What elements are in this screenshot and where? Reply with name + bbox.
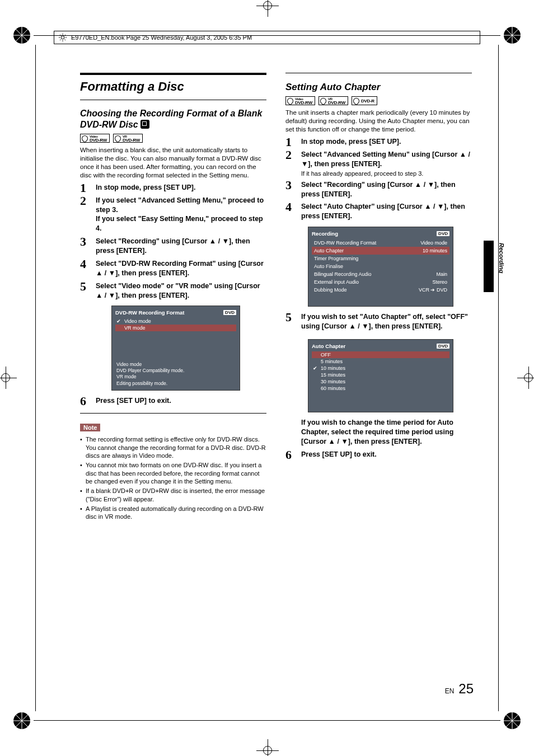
step-text: Select "Recording" using [Cursor ▲ / ▼],… xyxy=(96,237,266,256)
badge-dvdrw-video: VideoDVD-RW xyxy=(80,134,110,143)
disc-badges: VideoDVD-RW VRDVD-RW DVD-R xyxy=(285,96,472,105)
step-text: Press [SET UP] to exit. xyxy=(96,396,266,406)
badge-dvdrw-vr: VRDVD-RW xyxy=(318,96,348,105)
step-3: Select "Recording" using [Cursor ▲ / ▼],… xyxy=(285,180,472,199)
rule xyxy=(285,73,472,73)
disc-badges: VideoDVD-RW VRDVD-RW xyxy=(80,134,266,143)
svg-line-27 xyxy=(65,35,66,36)
side-tab xyxy=(484,241,494,292)
osd-option: OFF xyxy=(312,351,449,358)
file-header: E9770ED_EN.book Page 25 Wednesday, Augus… xyxy=(54,31,480,44)
step-text: Select "Auto Chapter" using [Cursor ▲ / … xyxy=(301,202,472,221)
osd-row: Bilingual Recording AudioMain xyxy=(312,270,449,278)
osd-option: 15 minutes xyxy=(312,372,449,378)
crop-line xyxy=(498,45,499,711)
osd-row: External input AudioStereo xyxy=(312,278,449,286)
subsection-text: Choosing the Recording Format of a Blank… xyxy=(80,109,262,129)
osd-tag: DVD xyxy=(223,310,236,315)
step-subtext: If it has already appeared, proceed to s… xyxy=(301,170,472,177)
step-text: Select "Recording" using [Cursor ▲ / ▼],… xyxy=(301,180,472,199)
cross-mark xyxy=(517,367,534,389)
step-1: In stop mode, press [SET UP]. xyxy=(285,137,472,147)
osd-option: VR mode xyxy=(115,325,236,331)
note-item: A Playlist is created automatically duri… xyxy=(80,505,266,521)
note-item: If a blank DVD+R or DVD+RW disc is inser… xyxy=(80,487,266,503)
note-label: Note xyxy=(80,424,100,431)
step-4: Select "DVD-RW Recording Format" using [… xyxy=(80,259,266,278)
step-text: Select "Advanced Setting Menu" using [Cu… xyxy=(301,150,472,169)
svg-line-28 xyxy=(60,40,61,41)
step-6: Press [SET UP] to exit. xyxy=(80,396,266,406)
feature-icon xyxy=(140,120,149,129)
left-column: Formatting a Disc Choosing the Recording… xyxy=(80,73,266,522)
osd-option: 60 minutes xyxy=(312,385,449,392)
right-column: Setting Auto Chapter VideoDVD-RW VRDVD-R… xyxy=(285,73,472,522)
cross-mark xyxy=(256,739,279,756)
osd-tag: DVD xyxy=(437,344,449,349)
osd-row: Timer Programming xyxy=(312,255,449,262)
svg-point-20 xyxy=(61,36,64,39)
osd-title: Recording xyxy=(312,231,338,237)
subsection-title: Choosing the Recording Format of a Blank… xyxy=(80,108,266,130)
intro-text: When inserting a blank disc, the unit au… xyxy=(80,146,266,180)
rule xyxy=(80,100,266,100)
cross-mark xyxy=(0,367,17,389)
osd-option: ✔Video mode xyxy=(115,318,236,325)
osd-auto-chapter: Auto ChapterDVD OFF 5 minutes ✔10 minute… xyxy=(308,339,453,412)
rule xyxy=(80,413,266,414)
step-text: Press [SET UP] to exit. xyxy=(301,450,472,459)
crop-line xyxy=(35,45,36,711)
crop-line xyxy=(34,720,500,721)
content: Formatting a Disc Choosing the Recording… xyxy=(80,73,472,522)
step-text: If you wish to change the time period fo… xyxy=(301,418,472,447)
page-num: 25 xyxy=(458,681,474,697)
reg-mark-bl xyxy=(12,711,31,730)
osd-row: Dubbing ModeVCR ➔ DVD xyxy=(312,286,449,294)
step-text: Select "DVD-RW Recording Format" using [… xyxy=(96,259,266,278)
reg-mark-tr xyxy=(503,26,522,45)
osd-title: Auto Chapter xyxy=(312,343,345,349)
lang-code: EN xyxy=(445,687,455,695)
osd-row: Auto Finalise xyxy=(312,262,449,270)
step-5: Select "Video mode" or "VR mode" using [… xyxy=(80,281,266,391)
badge-dvdr: DVD-R xyxy=(352,96,377,105)
osd-title: DVD-RW Recording Format xyxy=(115,309,184,316)
step-text: If you wish to set "Auto Chapter" off, s… xyxy=(301,312,472,331)
step-text: If you select "Advanced Setting Menu," p… xyxy=(96,196,266,234)
file-info-text: E9770ED_EN.book Page 25 Wednesday, Augus… xyxy=(71,34,252,41)
badge-dvdrw-video: VideoDVD-RW xyxy=(285,96,315,105)
rule xyxy=(80,73,266,75)
note-item: The recording format setting is effectiv… xyxy=(80,435,266,459)
step-6: Press [SET UP] to exit. xyxy=(285,450,472,459)
step-2: Select "Advanced Setting Menu" using [Cu… xyxy=(285,150,472,177)
step-3: Select "Recording" using [Cursor ▲ / ▼],… xyxy=(80,237,266,256)
notes-list: The recording format setting is effectiv… xyxy=(80,435,266,520)
osd-option: 5 minutes xyxy=(312,358,449,365)
badge-dvdrw-vr: VRDVD-RW xyxy=(113,134,143,143)
osd-recording-format: DVD-RW Recording FormatDVD ✔Video mode V… xyxy=(111,306,240,390)
step-5: If you wish to set "Auto Chapter" off, s… xyxy=(285,312,472,446)
svg-line-26 xyxy=(65,40,66,41)
section-title: Formatting a Disc xyxy=(80,79,266,94)
intro-text: The unit inserts a chapter mark periodic… xyxy=(285,109,472,134)
osd-recording-menu: RecordingDVD DVD-RW Recording FormatVide… xyxy=(308,227,453,307)
subsection-title: Setting Auto Chapter xyxy=(285,81,472,93)
steps-list: In stop mode, press [SET UP]. If you sel… xyxy=(80,183,266,406)
osd-tag: DVD xyxy=(437,231,449,236)
note-item: You cannot mix two formats on one DVD-RW… xyxy=(80,461,266,485)
page: E9770ED_EN.book Page 25 Wednesday, Augus… xyxy=(0,0,534,756)
step-text: Select "Video mode" or "VR mode" using [… xyxy=(96,281,266,300)
osd-option: ✔10 minutes xyxy=(312,365,449,372)
reg-mark-tl xyxy=(12,26,31,45)
step-text: In stop mode, press [SET UP]. xyxy=(96,183,266,192)
step-2: If you select "Advanced Setting Menu," p… xyxy=(80,196,266,234)
step-text: In stop mode, press [SET UP]. xyxy=(301,137,472,147)
osd-desc: Video mode DVD Player Compatibility mode… xyxy=(115,361,236,386)
step-4: Select "Auto Chapter" using [Cursor ▲ / … xyxy=(285,202,472,307)
cross-mark xyxy=(256,0,279,17)
svg-line-25 xyxy=(60,35,61,36)
reg-mark-br xyxy=(503,711,522,730)
steps-list: In stop mode, press [SET UP]. Select "Ad… xyxy=(285,137,472,459)
page-number: EN 25 xyxy=(445,681,474,697)
osd-option: 30 minutes xyxy=(312,378,449,385)
